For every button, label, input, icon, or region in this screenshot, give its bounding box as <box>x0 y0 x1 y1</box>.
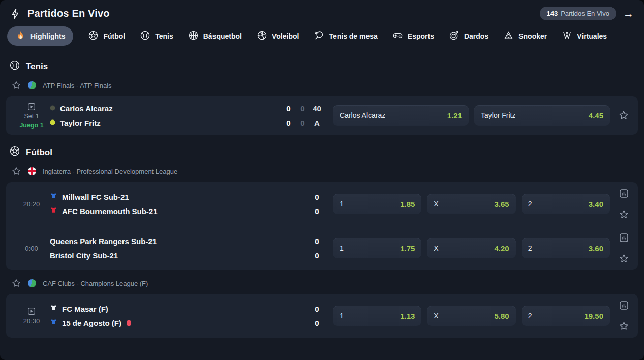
match-time: 20:30 <box>23 317 40 325</box>
tab-label: Snooker <box>518 32 547 40</box>
play-stream-icon[interactable] <box>27 102 36 111</box>
tab-label: Highlights <box>30 32 65 40</box>
match-row-qpr-bristol[interactable]: 0:00 Queens Park Rangers Sub-21 Bristol … <box>6 226 638 270</box>
england-flag-icon <box>28 167 36 175</box>
stats-icon[interactable] <box>619 300 629 311</box>
league-row-caf-clubs[interactable]: CAF Clubs - Champions League (F) <box>0 272 644 293</box>
odds-button-2[interactable]: 23.40 <box>522 194 610 214</box>
player-name: Carlos Alcaraz <box>60 104 113 113</box>
score-column: 0 0 <box>312 304 322 328</box>
star-icon[interactable] <box>11 278 21 288</box>
red-card-indicator <box>127 320 131 326</box>
section-title: Tenis <box>26 62 48 72</box>
tab-virtuales[interactable]: Virtuales <box>562 26 607 46</box>
lightning-icon <box>9 8 21 20</box>
play-stream-icon[interactable] <box>27 307 36 316</box>
tennis-match-card: Set 1 Juego 1 Carlos Alcaraz Taylor Frit… <box>6 96 638 135</box>
player-name: Taylor Fritz <box>60 118 101 127</box>
odds-button-2[interactable]: 219.50 <box>522 306 610 326</box>
tab-tenis-de-mesa[interactable]: Tenis de mesa <box>314 26 377 46</box>
darts-icon <box>449 30 459 42</box>
tennis-icon <box>140 30 150 42</box>
tab-label: Básquetbol <box>203 32 242 40</box>
score-points-column: 40 A <box>312 104 322 128</box>
league-row-inglaterra-pdl[interactable]: Inglaterra - Professional Development Le… <box>0 160 644 181</box>
volleyball-icon <box>257 30 267 42</box>
tab-esports[interactable]: Esports <box>392 26 434 46</box>
score-sets-column: 0 0 <box>283 104 294 128</box>
league-row-atp-finals[interactable]: ATP Finals - ATP Finals <box>0 74 644 95</box>
tab-label: Fútbol <box>103 32 125 40</box>
basketball-icon <box>188 30 199 42</box>
star-icon[interactable] <box>11 166 21 176</box>
match-time: 20:20 <box>23 200 40 208</box>
odds-button-x[interactable]: X5.80 <box>427 306 515 326</box>
odds-button-1[interactable]: 11.85 <box>333 194 421 214</box>
live-count: 143 <box>546 10 558 17</box>
match-time: 0:00 <box>25 245 38 252</box>
jersey-icon <box>50 304 57 313</box>
tab-label: Dardos <box>464 32 488 40</box>
virtuals-icon <box>562 30 572 42</box>
match-row-alcaraz-fritz[interactable]: Set 1 Juego 1 Carlos Alcaraz Taylor Frit… <box>6 96 638 135</box>
odds-button-1[interactable]: 11.75 <box>333 238 421 258</box>
match-game: Juego 1 <box>19 122 43 129</box>
tab-highlights[interactable]: Highlights <box>7 26 73 46</box>
globe-icon <box>28 81 36 89</box>
football-card-england: 20:20 Millwall FC Sub-21 AFC Bournemouth… <box>6 182 638 270</box>
arrow-right-icon[interactable]: → <box>623 8 634 19</box>
team-name: Queens Park Rangers Sub-21 <box>50 237 157 246</box>
snooker-icon <box>503 30 514 42</box>
odds-button-x[interactable]: X3.65 <box>427 194 515 214</box>
team-name: 15 de Agosto (F) <box>62 319 121 327</box>
section-header-tenis: Tenis <box>0 51 644 74</box>
sport-tabs: Highlights Fútbol Tenis Básquetbol Volei… <box>0 23 644 51</box>
favorite-star-icon[interactable] <box>619 209 629 220</box>
live-matches-panel: Partidos En Vivo 143 Partidos En Vivo → … <box>0 0 644 360</box>
match-row-masar-agosto[interactable]: 20:30 FC Masar (F) 15 de Agosto (F) 0 0 <box>6 294 638 338</box>
odds-button-1[interactable]: 11.13 <box>333 306 421 326</box>
page-title: Partidos En Vivo <box>27 8 110 19</box>
odds-button-x[interactable]: X4.20 <box>427 238 515 258</box>
score-column: 0 0 <box>312 192 322 216</box>
jersey-icon <box>50 206 57 216</box>
stats-icon[interactable] <box>619 232 629 243</box>
odds-button-player1[interactable]: Carlos Alcaraz 1.21 <box>333 105 469 126</box>
globe-icon <box>28 279 36 287</box>
tab-label: Voleibol <box>272 32 299 40</box>
match-row-millwall-bournemouth[interactable]: 20:20 Millwall FC Sub-21 AFC Bournemouth… <box>6 182 638 226</box>
stats-icon[interactable] <box>619 188 629 199</box>
section-header-futbol: Fútbol <box>0 137 644 160</box>
favorite-star-icon[interactable] <box>618 110 629 121</box>
tab-basquetbol[interactable]: Básquetbol <box>188 26 242 46</box>
soccer-icon <box>88 30 99 42</box>
serve-ball-icon <box>50 118 55 127</box>
jersey-icon <box>50 318 57 327</box>
tab-label: Tenis de mesa <box>329 32 377 40</box>
section-title: Fútbol <box>26 147 52 158</box>
tab-label: Esports <box>408 32 434 40</box>
live-count-label: Partidos En Vivo <box>561 10 609 17</box>
league-name: Inglaterra - Professional Development Le… <box>43 168 177 175</box>
tab-futbol[interactable]: Fútbol <box>88 26 125 46</box>
team-name: Bristol City Sub-21 <box>50 251 118 260</box>
serve-ball-icon <box>50 104 55 113</box>
live-count-badge[interactable]: 143 Partidos En Vivo <box>540 7 616 20</box>
odds-button-player2[interactable]: Taylor Fritz 4.45 <box>474 105 610 126</box>
tab-tenis[interactable]: Tenis <box>140 26 173 46</box>
score-games-column: 0 0 <box>297 104 308 128</box>
tab-voleibol[interactable]: Voleibol <box>257 26 299 46</box>
tab-snooker[interactable]: Snooker <box>503 26 547 46</box>
odds-button-2[interactable]: 23.60 <box>522 238 610 258</box>
tab-label: Virtuales <box>577 32 607 40</box>
flame-icon <box>15 30 26 42</box>
star-icon[interactable] <box>11 80 21 91</box>
soccer-section-icon <box>9 145 20 159</box>
favorite-star-icon[interactable] <box>619 253 629 264</box>
table-tennis-icon <box>314 30 324 42</box>
team-name: FC Masar (F) <box>62 305 108 313</box>
favorite-star-icon[interactable] <box>619 321 629 332</box>
tab-dardos[interactable]: Dardos <box>449 26 488 46</box>
team-name: Millwall FC Sub-21 <box>62 193 129 201</box>
football-card-caf: 20:30 FC Masar (F) 15 de Agosto (F) 0 0 <box>6 294 638 338</box>
